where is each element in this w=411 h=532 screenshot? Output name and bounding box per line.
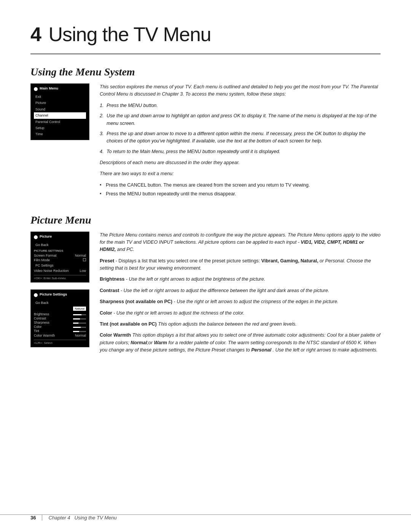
menu-item-parental: Parental Control — [34, 119, 86, 125]
preset-para: Preset - Displays a list that lets you s… — [100, 257, 381, 272]
picture-menu2-title: Picture Settings — [40, 292, 67, 296]
pm1-caption: <OK>: Enter Sub-mneu — [34, 275, 86, 280]
section2-text: The Picture Menu contains menus and cont… — [100, 232, 381, 358]
menu-item-exit: Exit — [34, 94, 86, 100]
main-menu-box: Main Menu Exit Picture Sound Channel Par… — [30, 83, 89, 140]
footer-chapter-label: Chapter 4 Using the TV Menu — [48, 515, 116, 521]
footer-page-number: 36 — [30, 515, 42, 521]
chapter-header: 4 Using the TV Menu — [0, 0, 411, 53]
pm1-go-back: Go Back — [34, 242, 86, 248]
chapter-title-text: Using the TV Menu — [48, 23, 211, 45]
pm2-brightness: Brightness — [34, 312, 86, 316]
contrast-para: Contrast - Use the left or right arrows … — [100, 287, 381, 294]
tint-para: Tint (not available on PC) This option a… — [100, 321, 381, 328]
pm1-screen-format: Screen Format Normal — [34, 253, 86, 258]
section1-heading: Using the Menu System — [30, 66, 381, 78]
section2-intro: The Picture Menu contains menus and cont… — [100, 232, 381, 254]
menu-item-channel: Channel — [34, 112, 86, 118]
exit-bullet-1: Press the CANCEL button. The menus are c… — [100, 182, 381, 189]
brightness-para: Brightness - Use the left or right arrow… — [100, 276, 381, 283]
pm1-video-noise: Video Noise Reduction Low — [34, 268, 86, 273]
step-3: 3.Press the up and down arrow to move to… — [100, 130, 381, 145]
sharpness-para: Sharpness (not available on PC) - Use th… — [100, 298, 381, 305]
pm2-go-back: Go Back — [34, 300, 86, 306]
picture-menu-box1: Picture Go Back Picture Settings Screen … — [30, 232, 89, 283]
pm2-tint: Tint — [34, 329, 86, 333]
desc-line: Descriptions of each menu are discussed … — [100, 159, 381, 166]
page-footer: 36 Chapter 4 Using the TV Menu — [0, 514, 411, 521]
section2-heading: Picture Menu — [30, 214, 381, 226]
chapter-number: 4 — [30, 23, 41, 45]
pm2-preset: Natural — [34, 306, 86, 311]
main-menu-screenshot: Main Menu Exit Picture Sound Channel Par… — [30, 83, 91, 203]
header-rule — [30, 53, 381, 54]
section-using-menu: Using the Menu System Main Menu Exit Pic… — [30, 66, 381, 203]
step-4: 4.To return to the Main Menu, press the … — [100, 148, 381, 155]
picture-menu1-title: Picture — [40, 234, 52, 238]
menu-item-sound: Sound — [34, 106, 86, 112]
chapter-title: 4 Using the TV Menu — [30, 23, 381, 46]
exit-bullet-2: Press the MENU button repeatedly until t… — [100, 190, 381, 198]
pm1-pc-settings: PC Settings — [34, 262, 86, 268]
pm2-caption: <L/R>: Select — [34, 340, 86, 345]
color-para: Color - Use the right or left arrows to … — [100, 310, 381, 317]
pm2-sharpness: Sharpness — [34, 321, 86, 324]
pm1-film-mode: Film Mode — [34, 258, 86, 262]
section-picture-menu: Picture Menu Picture Go Back Picture Set… — [30, 214, 381, 358]
exit-bullets: Press the CANCEL button. The menus are c… — [100, 182, 381, 198]
pm2-color: Color — [34, 325, 86, 329]
menu-item-time: Time — [34, 131, 86, 137]
step-2: 2.Use the up and down arrow to highlight… — [100, 112, 381, 127]
menu-item-picture: Picture — [34, 100, 86, 106]
step-1: 1.Press the MENU button. — [100, 102, 381, 109]
picture-menu-screenshots: Picture Go Back Picture Settings Screen … — [30, 232, 91, 358]
color-warmth-para: Color Warmth This option displays a list… — [100, 332, 381, 354]
picture-menu-box2: Picture Settings Go Back Natural Brightn… — [30, 289, 89, 347]
section1-intro: This section explores the menus of your … — [100, 83, 381, 98]
main-content: Using the Menu System Main Menu Exit Pic… — [0, 66, 411, 358]
pm2-contrast: Contrast — [34, 316, 86, 320]
exit-heading: There are two ways to exit a menu: — [100, 170, 381, 177]
page: 4 Using the TV Menu Using the Menu Syste… — [0, 0, 411, 532]
menu-item-setup: Setup — [34, 125, 86, 131]
main-menu-title: Main Menu — [40, 86, 58, 90]
pm2-color-warmth: Color Warmth Normal — [34, 333, 86, 338]
section1-text: This section explores the menus of your … — [100, 83, 381, 203]
steps-list: 1.Press the MENU button. 2.Use the up an… — [100, 102, 381, 155]
